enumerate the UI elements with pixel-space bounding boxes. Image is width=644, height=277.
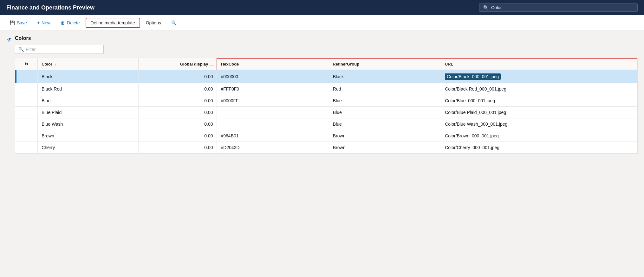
toolbar-search-button[interactable]: 🔍 (167, 18, 181, 27)
table-row[interactable]: Blue Plaid 0.00 Blue Color/Blue Plaid_00… (15, 107, 637, 118)
refresh-icon[interactable]: ↻ (25, 62, 28, 66)
app-title: Finance and Operations Preview (6, 4, 473, 11)
cell-global-display: 0.00 (139, 70, 217, 83)
row-indicator-cell (15, 70, 38, 83)
cell-color: Brown (38, 130, 139, 142)
save-icon: 💾 (10, 20, 15, 25)
cell-url: Color/Cherry_000_001.jpeg (441, 142, 637, 154)
toolbar: 💾 Save + New 🗑 Delete Define media templ… (0, 15, 644, 30)
new-button[interactable]: + New (33, 18, 55, 27)
cell-global-display: 0.00 (139, 118, 217, 130)
filter-area: 🔍 (15, 45, 638, 54)
cell-url: Color/Blue Wash_000_001.jpeg (441, 118, 637, 130)
filter-icon[interactable]: ⧩ (6, 37, 11, 43)
filter-input[interactable] (26, 47, 100, 52)
cell-hexcode: #000000 (217, 70, 329, 83)
cell-refiner-group: Brown (329, 130, 441, 142)
cell-color: Black Red (38, 83, 139, 95)
row-indicator-cell (15, 130, 38, 142)
cell-hexcode: #FFF0F0 (217, 83, 329, 95)
top-bar: Finance and Operations Preview 🔍 (0, 0, 644, 15)
cell-url: Color/Black Red_000_001.jpeg (441, 83, 637, 95)
cell-refiner-group: Blue (329, 95, 441, 107)
cell-refiner-group: Black (329, 70, 441, 83)
delete-icon: 🗑 (61, 20, 65, 25)
cell-refiner-group: Brown (329, 142, 441, 154)
row-indicator-cell (15, 95, 38, 107)
row-indicator-cell (15, 83, 38, 95)
col-refiner-group[interactable]: RefinerGroup (329, 58, 441, 70)
search-icon: 🔍 (483, 5, 489, 10)
options-button[interactable]: Options (141, 18, 166, 27)
cell-hexcode (217, 118, 329, 130)
table-header-row: ↻ Color ↑ Global display ... HexCode (15, 58, 637, 70)
section-title: Colors (15, 35, 638, 41)
cell-hexcode: #D2042D (217, 142, 329, 154)
toolbar-search-icon: 🔍 (171, 20, 177, 25)
cell-refiner-group: Red (329, 83, 441, 95)
cell-color: Cherry (38, 142, 139, 154)
new-icon: + (37, 20, 40, 25)
cell-refiner-group: Blue (329, 107, 441, 118)
col-hexcode[interactable]: HexCode (217, 58, 329, 70)
cell-global-display: 0.00 (139, 107, 217, 118)
cell-color: Blue Wash (38, 118, 139, 130)
cell-hexcode: #0000FF (217, 95, 329, 107)
cell-url: Color/Blue_000_001.jpeg (441, 95, 637, 107)
row-indicator-cell (15, 107, 38, 118)
table-row[interactable]: Brown 0.00 #964B01 Brown Color/Brown_000… (15, 130, 637, 142)
table-row[interactable]: Black 0.00 #000000 Black Color/Black_000… (15, 70, 637, 83)
row-indicator-cell (15, 118, 38, 130)
cell-hexcode: #964B01 (217, 130, 329, 142)
save-button[interactable]: 💾 Save (5, 18, 31, 27)
cell-color: Black (38, 70, 139, 83)
define-media-template-button[interactable]: Define media template (86, 18, 140, 28)
table-row[interactable]: Cherry 0.00 #D2042D Brown Color/Cherry_0… (15, 142, 637, 154)
col-global-display[interactable]: Global display ... (139, 58, 217, 70)
cell-url[interactable]: Color/Black_000_001.jpeg (441, 70, 637, 83)
cell-hexcode (217, 107, 329, 118)
colors-table: ↻ Color ↑ Global display ... HexCode (15, 58, 638, 154)
cell-url: Color/Blue Plaid_000_001.jpeg (441, 107, 637, 118)
cell-refiner-group: Blue (329, 118, 441, 130)
col-url[interactable]: URL (441, 58, 637, 70)
col-color[interactable]: Color ↑ (38, 58, 139, 70)
table-row[interactable]: Blue Wash 0.00 Blue Color/Blue Wash_000_… (15, 118, 637, 130)
filter-search-icon: 🔍 (18, 47, 24, 52)
global-search-input[interactable] (491, 5, 634, 10)
cell-color: Blue Plaid (38, 107, 139, 118)
delete-button[interactable]: 🗑 Delete (56, 18, 84, 27)
cell-global-display: 0.00 (139, 130, 217, 142)
table-row[interactable]: Blue 0.00 #0000FF Blue Color/Blue_000_00… (15, 95, 637, 107)
content-area: ⧩ Colors 🔍 ↻ (0, 30, 644, 277)
filter-input-wrap[interactable]: 🔍 (15, 45, 104, 54)
cell-global-display: 0.00 (139, 95, 217, 107)
row-indicator-cell (15, 142, 38, 154)
table-row[interactable]: Black Red 0.00 #FFF0F0 Red Color/Black R… (15, 83, 637, 95)
sort-asc-icon: ↑ (55, 62, 57, 66)
global-search[interactable]: 🔍 (479, 3, 638, 12)
url-selected-value: Color/Black_000_001.jpeg (445, 73, 501, 80)
cell-global-display: 0.00 (139, 83, 217, 95)
cell-url: Color/Brown_000_001.jpeg (441, 130, 637, 142)
col-refresh[interactable]: ↻ (15, 58, 38, 70)
cell-color: Blue (38, 95, 139, 107)
cell-global-display: 0.00 (139, 142, 217, 154)
